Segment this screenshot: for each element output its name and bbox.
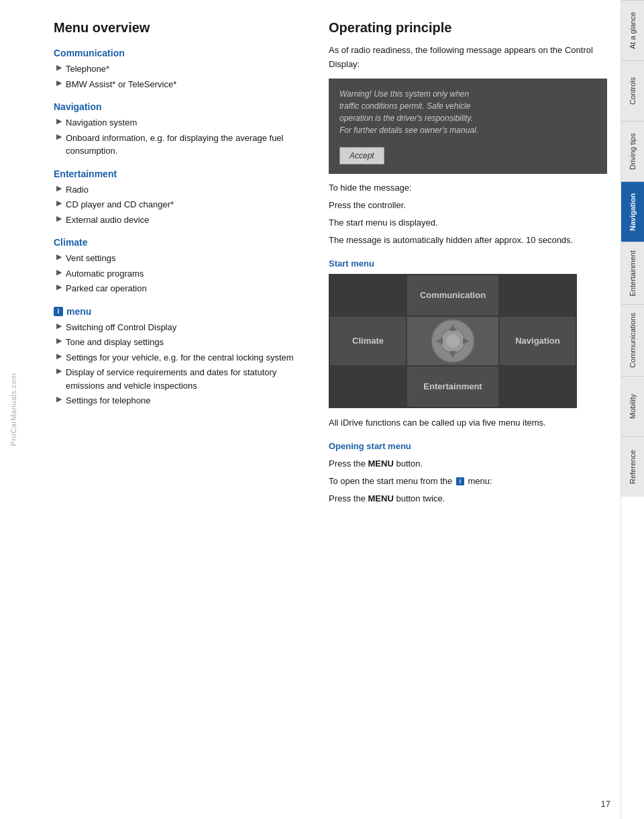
menu-cell-top-left — [330, 275, 406, 316]
sidebar-tabs: At a glance Controls Driving tips Naviga… — [621, 0, 644, 819]
idrive-menu-image: Communication Climate — [329, 274, 577, 408]
list-item: ▶ Automatic programs — [54, 267, 302, 281]
opening-line3-suffix: button twice. — [394, 493, 445, 503]
arrow-icon: ▶ — [56, 132, 62, 141]
start-menu-heading: Start menu — [329, 258, 607, 269]
tab-controls[interactable]: Controls — [621, 60, 644, 121]
svg-point-2 — [446, 334, 460, 348]
arrow-icon: ▶ — [56, 79, 62, 87]
menu-cell-top-right — [500, 275, 576, 316]
menu-cell-middle-right: Navigation — [500, 317, 576, 365]
warning-line-4: For further details see owner's manual. — [339, 124, 596, 136]
list-item-text: Display of service requirements and date… — [66, 366, 302, 392]
info-menu-heading: i menu — [54, 306, 302, 317]
menu-cell-bottom-right — [500, 367, 576, 407]
opening-line3-prefix: Press the — [329, 493, 368, 503]
opening-line2-prefix: To open the start menu from the — [329, 476, 455, 486]
list-item-text: Switching off Control Display — [66, 321, 176, 334]
arrow-icon: ▶ — [56, 395, 62, 403]
section-heading-communication: Communication — [54, 48, 302, 58]
list-item-text: Parked car operation — [66, 282, 147, 295]
hide-message-section: To hide the message: Press the controlle… — [329, 181, 607, 248]
warning-line-1: Warning! Use this system only when — [339, 88, 596, 100]
arrow-icon: ▶ — [56, 199, 62, 207]
list-item: ▶ Tone and display settings — [54, 336, 302, 349]
right-column: Operating principle As of radio readines… — [315, 0, 621, 819]
opening-line-1: Press the MENU button. — [329, 456, 607, 471]
list-item-text: Radio — [66, 183, 89, 197]
opening-line1-suffix: button. — [394, 459, 423, 469]
list-item-text: Settings for telephone — [66, 394, 150, 407]
right-page-title: Operating principle — [329, 20, 607, 36]
opening-line3-bold: MENU — [368, 493, 394, 503]
section-heading-climate: Climate — [54, 237, 302, 248]
list-item: ▶ Navigation system — [54, 116, 302, 130]
list-item: ▶ Parked car operation — [54, 282, 302, 295]
hide-msg-line-4: The message is automatically hidden afte… — [329, 233, 607, 248]
tab-reference[interactable]: Reference — [621, 436, 644, 497]
tab-navigation[interactable]: Navigation — [621, 181, 644, 242]
list-item-text: Navigation system — [66, 116, 137, 130]
controller-icon — [429, 318, 476, 365]
opening-line-3: Press the MENU button twice. — [329, 491, 607, 506]
list-item-text: Vent settings — [66, 252, 115, 265]
menu-cell-top-center: Communication — [407, 275, 498, 316]
list-item-text: Tone and display settings — [66, 336, 164, 349]
arrow-icon: ▶ — [56, 352, 62, 360]
list-item-text: CD player and CD changer* — [66, 198, 174, 211]
opening-line2-suffix: menu: — [466, 476, 492, 486]
opening-line1-bold: MENU — [368, 459, 394, 469]
list-item: ▶ BMW Assist* or TeleService* — [54, 78, 302, 91]
list-item-text: Automatic programs — [66, 267, 144, 281]
arrow-icon: ▶ — [56, 367, 62, 375]
hide-msg-line-3: The start menu is displayed. — [329, 215, 607, 230]
list-item: ▶ Onboard information, e.g. for displayi… — [54, 132, 302, 158]
list-item-text: Settings for your vehicle, e.g. for the … — [66, 351, 294, 365]
opening-line1-prefix: Press the — [329, 459, 368, 469]
tab-entertainment[interactable]: Entertainment — [621, 242, 644, 304]
arrow-icon: ▶ — [56, 252, 62, 261]
list-item-text: BMW Assist* or TeleService* — [66, 78, 176, 91]
section-imenu: i menu ▶ Switching off Control Display ▶… — [54, 306, 302, 407]
left-page-title: Menu overview — [54, 20, 302, 36]
list-item: ▶ Settings for your vehicle, e.g. for th… — [54, 351, 302, 365]
arrow-icon: ▶ — [56, 63, 62, 72]
tab-mobility[interactable]: Mobility — [621, 376, 644, 436]
page-number: 17 — [601, 799, 610, 809]
menu-cell-middle-left: Climate — [330, 317, 406, 365]
info-icon: i — [54, 307, 63, 316]
section-entertainment: Entertainment ▶ Radio ▶ CD player and CD… — [54, 168, 302, 227]
intro-text: As of radio readiness, the following mes… — [329, 44, 607, 72]
arrow-icon: ▶ — [56, 268, 62, 277]
info-heading-text: menu — [66, 306, 91, 317]
menu-cell-bottom-center: Entertainment — [407, 367, 498, 407]
list-item: ▶ Telephone* — [54, 62, 302, 76]
section-heading-navigation: Navigation — [54, 101, 302, 112]
after-menu-text: All iDrive functions can be called up vi… — [329, 416, 607, 430]
list-item: ▶ Radio — [54, 183, 302, 197]
hide-msg-line-1: To hide the message: — [329, 181, 607, 195]
arrow-icon: ▶ — [56, 117, 62, 126]
info-icon-inline: i — [456, 477, 464, 485]
list-item: ▶ Settings for telephone — [54, 394, 302, 407]
list-item-text: Onboard information, e.g. for displaying… — [66, 132, 302, 158]
list-item: ▶ CD player and CD changer* — [54, 198, 302, 211]
list-item: ▶ External audio device — [54, 213, 302, 227]
accept-button[interactable]: Accept — [339, 147, 384, 164]
section-navigation: Navigation ▶ Navigation system ▶ Onboard… — [54, 101, 302, 158]
warning-line-2: traffic conditions permit. Safe vehicle — [339, 100, 596, 112]
list-item: ▶ Display of service requirements and da… — [54, 366, 302, 392]
arrow-icon: ▶ — [56, 322, 62, 330]
hide-msg-line-2: Press the controller. — [329, 198, 607, 213]
watermark-text: ProCarManuals.com — [9, 373, 17, 446]
list-item-text: Telephone* — [66, 62, 109, 76]
tab-communications[interactable]: Communications — [621, 304, 644, 376]
menu-cell-middle-center — [407, 317, 498, 365]
list-item-text: External audio device — [66, 213, 149, 227]
warning-box: Warning! Use this system only when traff… — [329, 79, 607, 174]
section-climate: Climate ▶ Vent settings ▶ Automatic prog… — [54, 237, 302, 295]
arrow-icon: ▶ — [56, 184, 62, 193]
tab-at-a-glance[interactable]: At a glance — [621, 0, 644, 60]
tab-driving-tips[interactable]: Driving tips — [621, 121, 644, 181]
left-column: Menu overview Communication ▶ Telephone*… — [27, 0, 315, 819]
